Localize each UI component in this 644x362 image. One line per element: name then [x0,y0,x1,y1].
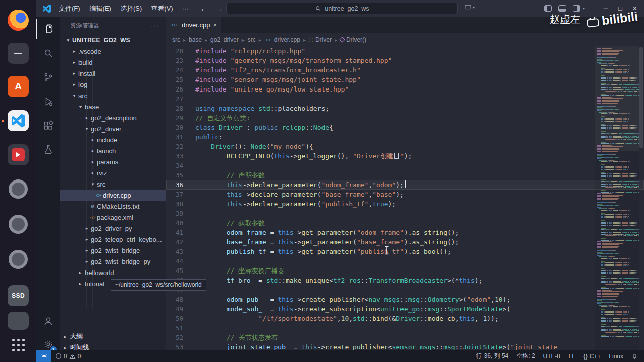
indentation-status[interactable]: 空格: 2 [516,352,535,360]
tree-item-build[interactable]: ▸build [60,57,166,68]
minimize-button[interactable]: ─ [602,5,610,12]
toggle-secondary-sidebar-icon[interactable] [573,5,580,12]
app-center-icon[interactable]: A [7,75,29,98]
code-line-29[interactable]: 29// 自定义节点类: [166,113,644,123]
breadcrumb-item[interactable]: C+driver.cpp [264,36,300,43]
back-icon[interactable]: ← [200,4,208,13]
scrollbar-thumb[interactable] [639,47,643,148]
menu-item[interactable]: 选择(S) [116,0,146,17]
toggle-panel-icon[interactable] [558,5,566,12]
customize-layout-icon[interactable]: ▾ [583,6,585,11]
search-view-icon[interactable] [36,43,60,63]
tree-item-include[interactable]: ▸include [60,134,166,145]
explorer-icon[interactable] [36,19,60,39]
code-line-46[interactable]: 46 tf_bro_ = std::make_unique<tf2_ros::T… [166,276,644,285]
code-line-28[interactable]: 28using namespace std::placeholders; [166,104,644,113]
eol-status[interactable]: LF [569,353,576,360]
code-line-51[interactable]: 51 [166,323,644,333]
code-line-24[interactable]: 24#include "tf2_ros/transform_broadcaste… [166,65,644,75]
tree-item-go2_twist_bridge[interactable]: ▸go2_twist_bridge [60,245,166,256]
breadcrumb-item[interactable]: Driver [309,36,332,43]
files-app-icon[interactable] [7,42,29,64]
vertical-scrollbar[interactable] [639,46,644,350]
gray-app-4-icon[interactable] [7,312,29,330]
code-line-27[interactable]: 27 [166,94,644,104]
tree-item-UNITREE_GO2_WS[interactable]: ▾UNITREE_GO2_WS [60,35,166,46]
code-line-35[interactable]: 35 // 声明参数 [166,170,644,180]
tree-item-log[interactable]: ▸log [60,79,166,90]
code-line-40[interactable]: 40 // 获取参数 [166,218,644,228]
problems-status[interactable]: 0 0 [55,353,81,360]
code-line-33[interactable]: 33 RCLCPP_INFO(this->get_logger(), "Driv… [166,151,644,161]
testing-icon[interactable] [36,140,60,160]
forward-icon[interactable]: → [216,4,223,13]
cursor-position[interactable]: 行 36, 列 54 [476,352,508,360]
tab-driver-cpp[interactable]: C+ driver.cpp × [166,17,221,33]
code-line-30[interactable]: 30class Driver : public rclcpp::Node{ [166,123,644,132]
language-mode[interactable]: {}C++ [584,353,601,360]
code-line-38[interactable]: 38 this->declare_parameter("publish_tf",… [166,199,644,209]
gray-app-3-icon[interactable] [7,248,29,270]
tree-item-go2_driver_py[interactable]: ▸go2_driver_py [60,223,166,234]
sidebar-section-timeline[interactable]: ▸ 时间线 [60,342,166,350]
code-line-48[interactable]: 48 odom_pub_ = this->create_publisher<na… [166,295,644,304]
code-line-53[interactable]: 53 joint_state_pub_ = this->create_publi… [166,342,644,350]
more-actions-icon[interactable]: ··· [151,22,159,29]
remote-os-status[interactable]: Linux [609,353,623,360]
show-applications-button[interactable] [7,334,29,356]
tree-item-go2_teleop_ctrl_keybo...[interactable]: ▸go2_teleop_ctrl_keybo... [60,234,166,245]
tree-item-src[interactable]: ▾src [60,90,166,101]
menu-item[interactable]: 文件(F) [54,0,85,17]
extensions-icon[interactable] [36,116,60,136]
vscode-dock-icon[interactable] [7,110,29,132]
gray-app-1-icon[interactable] [7,178,29,200]
notifications-bell-icon[interactable] [631,353,638,359]
remote-indicator[interactable]: >< [36,350,51,362]
tree-item-package.xml[interactable]: </>package.xml [60,212,166,223]
code-line-34[interactable]: 34 [166,161,644,170]
code-line-43[interactable]: 43 publish_tf = this->get_parameter("pub… [166,247,644,256]
disks-app-icon[interactable]: SSD [7,285,29,307]
breadcrumb-item[interactable]: src [172,36,180,43]
code-line-41[interactable]: 41 odom_frame = this->get_parameter("odo… [166,228,644,237]
tree-item-CMakeLists.txt[interactable]: MCMakeLists.txt [60,201,166,212]
tree-item-src[interactable]: ▾src [60,178,166,190]
command-center-search[interactable]: unitree_go2_ws [226,3,458,14]
sidebar-section-outline[interactable]: ▸ 大纲 [60,331,166,342]
breadcrumb-item[interactable]: base [189,36,202,43]
code-line-50[interactable]: 50 "/lf/sportmodestate",10,std::bind(&Dr… [166,314,644,323]
code-line-32[interactable]: 32 Driver(): Node("my_node"){ [166,142,644,151]
code-line-37[interactable]: 37 this->declare_parameter("base_frame",… [166,190,644,199]
breadcrumb-item[interactable]: src [248,36,256,43]
tree-item-driver.cpp[interactable]: C+driver.cpp [60,190,166,201]
code-line-47[interactable]: 47 [166,285,644,295]
close-button[interactable]: × [631,4,639,13]
minimap-slider[interactable] [595,46,639,151]
toggle-primary-sidebar-icon[interactable] [544,5,552,12]
source-control-icon[interactable] [36,67,60,87]
code-line-26[interactable]: 26#include "unitree_go/msg/low_state.hpp… [166,84,644,94]
code-line-25[interactable]: 25#include "sensor_msgs/msg/joint_state.… [166,75,644,84]
maximize-button[interactable]: □ [616,5,624,12]
breadcrumb-item[interactable]: go2_driver [210,36,239,43]
code-line-39[interactable]: 39 [166,209,644,218]
code-line-23[interactable]: 23#include "geometry_msgs/msg/transform_… [166,56,644,65]
code-line-49[interactable]: 49 mode_sub_ = this->create_subscription… [166,304,644,314]
code-line-42[interactable]: 42 base_frame = this->get_parameter("bas… [166,237,644,247]
media-app-icon[interactable] [7,144,29,166]
menu-item[interactable]: 编辑(E) [85,0,116,17]
screencast-menu[interactable]: ▾ [464,4,475,11]
run-debug-icon[interactable] [36,92,60,112]
code-line-31[interactable]: 31public: [166,132,644,142]
tree-item-params[interactable]: ▸params [60,156,166,167]
close-tab-icon[interactable]: × [213,21,217,29]
tree-item-launch[interactable]: ▸launch [60,145,166,156]
tree-item-go2_description[interactable]: ▸go2_description [60,112,166,123]
code-line-20[interactable]: 20#include "rclcpp/rclcpp.hpp" [166,46,644,56]
gray-app-2-icon[interactable] [7,213,29,235]
tree-item-install[interactable]: ▸install [60,68,166,79]
tree-item-helloworld[interactable]: ▸helloworld [60,267,166,278]
code-line-44[interactable]: 44 [166,256,644,266]
code-line-52[interactable]: 52 // 关节状态发布 [166,333,644,342]
menu-item[interactable]: ··· [178,0,193,17]
